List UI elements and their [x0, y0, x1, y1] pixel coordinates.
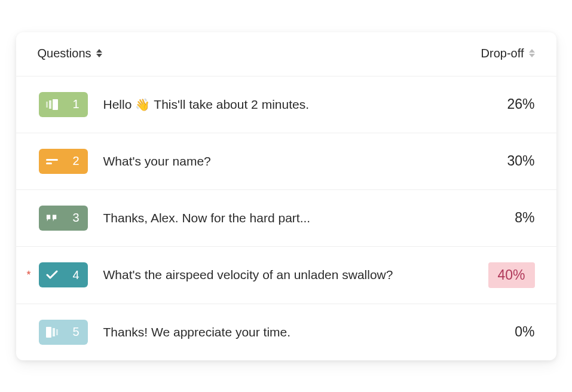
column-header-dropoff[interactable]: Drop-off: [481, 47, 535, 60]
dropoff-header-label: Drop-off: [481, 47, 524, 60]
question-type-badge: 3: [39, 206, 88, 231]
welcome-icon: [46, 99, 58, 111]
question-number: 4: [72, 268, 79, 282]
question-number: 3: [72, 211, 79, 225]
question-text-part: Hello: [103, 97, 132, 112]
svg-rect-3: [46, 159, 58, 161]
table-row[interactable]: 2 What's your name? 30%: [16, 133, 556, 189]
svg-rect-0: [46, 102, 48, 108]
question-text: Thanks, Alex. Now for the hard part...: [103, 211, 488, 225]
dropoff-value: 8%: [488, 210, 535, 226]
question-text: What's your name?: [103, 154, 488, 169]
dropoff-value: 40%: [488, 262, 535, 288]
question-type-badge: 4: [39, 262, 88, 287]
questions-dropoff-table: Questions Drop-off 1: [16, 32, 556, 360]
short-text-icon: [46, 155, 58, 167]
check-icon: [46, 269, 58, 281]
required-marker: *: [27, 270, 35, 280]
svg-rect-4: [46, 163, 52, 164]
svg-rect-1: [49, 100, 51, 109]
table-row[interactable]: * 4 What's the airspeed velocity of an u…: [16, 246, 556, 304]
column-header-questions[interactable]: Questions: [38, 47, 102, 60]
question-type-badge: 2: [39, 149, 88, 174]
sort-icon: [529, 49, 535, 57]
question-number: 1: [72, 97, 79, 111]
table-row[interactable]: 3 Thanks, Alex. Now for the hard part...…: [16, 189, 556, 246]
question-number: 5: [72, 325, 79, 339]
question-text-part: Thanks, Alex. Now for the hard part...: [103, 211, 311, 225]
question-text-part: Thanks! We appreciate your time.: [103, 325, 291, 339]
svg-rect-6: [53, 328, 55, 336]
question-text-part: This'll take about 2 minutes.: [154, 97, 309, 112]
svg-rect-7: [56, 329, 58, 335]
table-header: Questions Drop-off: [16, 32, 556, 76]
wave-emoji: 👋: [135, 97, 150, 112]
question-text: Thanks! We appreciate your time.: [103, 325, 488, 339]
questions-header-label: Questions: [38, 47, 91, 60]
sort-icon: [96, 49, 102, 57]
question-type-badge: 1: [39, 92, 88, 117]
dropoff-value: 26%: [488, 96, 535, 112]
dropoff-value: 0%: [488, 324, 535, 340]
question-text-part: What's the airspeed velocity of an unlad…: [103, 268, 393, 282]
question-type-badge: 5: [39, 320, 88, 345]
question-text-part: What's your name?: [103, 154, 211, 169]
question-text: What's the airspeed velocity of an unlad…: [103, 268, 488, 282]
dropoff-value: 30%: [488, 153, 535, 169]
svg-rect-2: [53, 99, 58, 110]
statement-icon: [46, 212, 58, 224]
table-row[interactable]: 1 Hello 👋 This'll take about 2 minutes. …: [16, 76, 556, 133]
table-row[interactable]: 5 Thanks! We appreciate your time. 0%: [16, 304, 556, 360]
question-text: Hello 👋 This'll take about 2 minutes.: [103, 97, 488, 112]
question-number: 2: [72, 154, 79, 168]
end-icon: [46, 326, 58, 338]
svg-rect-5: [46, 327, 51, 338]
